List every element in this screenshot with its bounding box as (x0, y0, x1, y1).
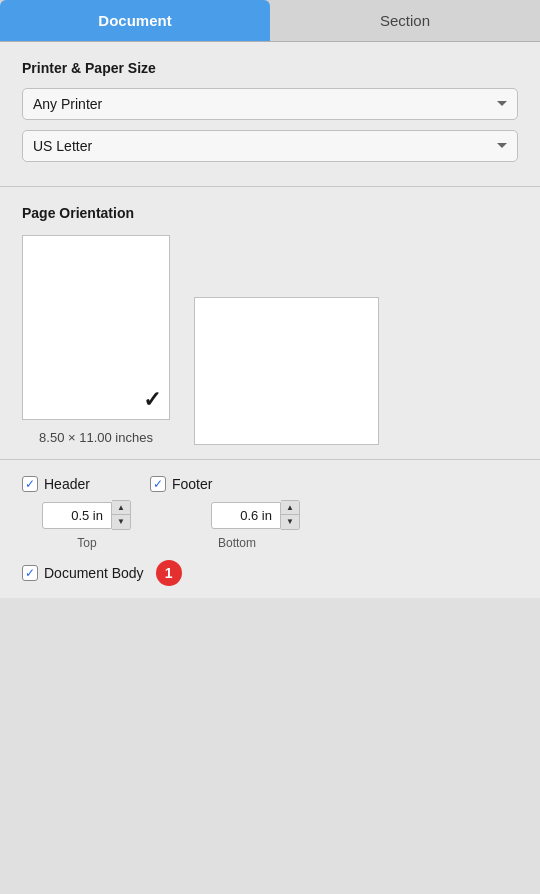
landscape-page[interactable] (194, 297, 379, 445)
orientation-options: ✓ 8.50 × 11.00 inches (22, 235, 518, 445)
footer-spinner-buttons: ▲ ▼ (281, 500, 300, 530)
paper-dropdown-wrap: US Letter A4 US Legal (22, 130, 518, 162)
footer-decrement-button[interactable]: ▼ (281, 515, 299, 529)
printer-paper-title: Printer & Paper Size (22, 60, 518, 76)
header-input-group: ▲ ▼ (42, 500, 131, 530)
printer-select[interactable]: Any Printer Other Printer (22, 88, 518, 120)
orientation-section: Page Orientation ✓ 8.50 × 11.00 inches (0, 187, 540, 460)
paper-select[interactable]: US Letter A4 US Legal (22, 130, 518, 162)
hf-input-row: ▲ ▼ ▲ ▼ (22, 500, 518, 532)
document-body-badge: 1 (156, 560, 182, 586)
document-body-checkbox[interactable]: ✓ (22, 565, 38, 581)
tab-document[interactable]: Document (0, 0, 270, 41)
footer-input-group: ▲ ▼ (211, 500, 300, 530)
header-checkbox-label[interactable]: ✓ Header (22, 476, 90, 492)
portrait-option: ✓ 8.50 × 11.00 inches (22, 235, 170, 445)
printer-dropdown-wrap: Any Printer Other Printer (22, 88, 518, 120)
printer-paper-section: Printer & Paper Size Any Printer Other P… (0, 42, 540, 187)
header-value-input[interactable] (42, 502, 112, 529)
footer-value-input[interactable] (211, 502, 281, 529)
tab-section[interactable]: Section (270, 0, 540, 41)
hf-checkbox-row: ✓ Header ✓ Footer (22, 476, 518, 492)
footer-checkbox[interactable]: ✓ (150, 476, 166, 492)
hf-labels-row: Top Bottom (22, 536, 518, 550)
header-spinner-buttons: ▲ ▼ (112, 500, 131, 530)
document-body-row: ✓ Document Body 1 (22, 560, 518, 586)
header-decrement-button[interactable]: ▼ (112, 515, 130, 529)
footer-label: Footer (172, 476, 212, 492)
portrait-checkmark: ✓ (143, 389, 161, 411)
header-checkbox[interactable]: ✓ (22, 476, 38, 492)
orientation-title: Page Orientation (22, 205, 518, 221)
document-body-checkbox-label[interactable]: ✓ Document Body (22, 565, 144, 581)
header-footer-section: ✓ Header ✓ Footer ▲ ▼ ▲ ▼ Top Bottom (0, 460, 540, 598)
portrait-page[interactable]: ✓ (22, 235, 170, 420)
header-increment-button[interactable]: ▲ (112, 501, 130, 515)
document-body-label: Document Body (44, 565, 144, 581)
footer-increment-button[interactable]: ▲ (281, 501, 299, 515)
bottom-label: Bottom (192, 536, 282, 550)
footer-checkbox-label[interactable]: ✓ Footer (150, 476, 212, 492)
header-label: Header (44, 476, 90, 492)
top-label: Top (42, 536, 132, 550)
page-size-label: 8.50 × 11.00 inches (39, 430, 153, 445)
tab-bar: Document Section (0, 0, 540, 42)
